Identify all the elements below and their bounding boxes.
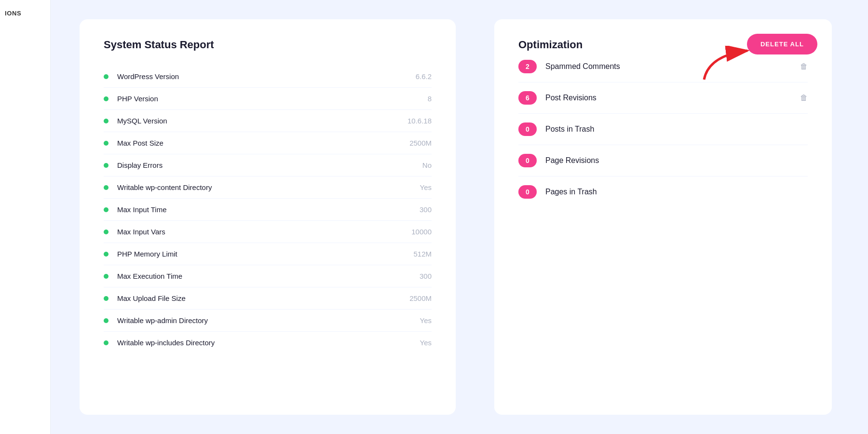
status-value: 300 (420, 205, 432, 214)
status-label: MySQL Version (117, 117, 407, 125)
status-label: Max Input Time (117, 205, 420, 214)
opt-item-label: Post Revisions (545, 94, 795, 102)
status-label: PHP Memory Limit (117, 250, 413, 258)
status-value: Yes (420, 316, 432, 325)
sidebar: IONS (0, 0, 51, 434)
status-row: Writable wp-admin Directory Yes (104, 310, 432, 332)
opt-item-label: Page Revisions (545, 156, 808, 165)
opt-item-label: Posts in Trash (545, 125, 808, 134)
status-dot (104, 74, 108, 79)
status-dot (104, 185, 108, 190)
status-dot (104, 141, 108, 146)
status-row: Max Upload File Size 2500M (104, 287, 432, 310)
status-row: Max Execution Time 300 (104, 265, 432, 287)
status-row: Max Post Size 2500M (104, 132, 432, 154)
status-value: Yes (420, 183, 432, 191)
status-value: 2500M (409, 294, 432, 302)
opt-item-label: Spammed Comments (545, 62, 795, 71)
opt-badge: 2 (518, 60, 537, 73)
status-label: WordPress Version (117, 72, 416, 81)
status-label: Display Errors (117, 161, 422, 169)
status-dot (104, 207, 108, 212)
trash-icon[interactable]: 🗑 (800, 94, 808, 102)
sidebar-label: IONS (5, 10, 21, 17)
status-dot (104, 96, 108, 101)
status-dot (104, 252, 108, 257)
status-label: Max Upload File Size (117, 294, 409, 302)
status-value: 2500M (409, 139, 432, 147)
trash-icon[interactable]: 🗑 (800, 62, 808, 71)
status-value: 300 (420, 272, 432, 280)
optimization-panel: Optimization DELETE ALL 2 Spammed Commen… (494, 19, 832, 415)
status-label: Writable wp-content Directory (117, 183, 420, 191)
status-row: Max Input Vars 10000 (104, 221, 432, 243)
status-dot (104, 274, 108, 279)
status-value: 10000 (411, 228, 432, 236)
status-label: Max Post Size (117, 139, 409, 147)
status-value: 10.6.18 (407, 117, 432, 125)
opt-badge: 0 (518, 154, 537, 167)
status-value: Yes (420, 339, 432, 347)
opt-badge: 6 (518, 91, 537, 105)
opt-item-label: Pages in Trash (545, 188, 808, 196)
status-label: Writable wp-includes Directory (117, 339, 420, 347)
optimization-item: 0 Page Revisions (518, 145, 808, 176)
main-content: System Status Report WordPress Version 6… (51, 0, 868, 434)
status-row: PHP Version 8 (104, 88, 432, 110)
status-row: WordPress Version 6.6.2 (104, 66, 432, 88)
delete-all-button[interactable]: DELETE ALL (747, 34, 817, 54)
opt-badge: 0 (518, 122, 537, 136)
status-label: Max Input Vars (117, 228, 411, 236)
system-status-panel: System Status Report WordPress Version 6… (80, 19, 456, 415)
status-dot (104, 163, 108, 168)
optimization-item: 0 Pages in Trash (518, 176, 808, 207)
status-row: Display Errors No (104, 154, 432, 176)
status-value: 512M (413, 250, 432, 258)
status-rows-container: WordPress Version 6.6.2 PHP Version 8 My… (104, 66, 432, 353)
status-dot (104, 318, 108, 323)
status-row: Writable wp-includes Directory Yes (104, 332, 432, 353)
status-label: Writable wp-admin Directory (117, 316, 420, 325)
status-label: Max Execution Time (117, 272, 420, 280)
status-row: PHP Memory Limit 512M (104, 243, 432, 265)
status-row: MySQL Version 10.6.18 (104, 110, 432, 132)
optimization-item: 6 Post Revisions 🗑 (518, 82, 808, 114)
status-dot (104, 119, 108, 123)
status-dot (104, 230, 108, 234)
system-status-title: System Status Report (104, 39, 432, 51)
status-value: 8 (428, 95, 432, 103)
status-dot (104, 296, 108, 301)
status-dot (104, 340, 108, 345)
optimization-item: 2 Spammed Comments 🗑 (518, 51, 808, 82)
status-value: No (422, 161, 432, 169)
opt-badge: 0 (518, 185, 537, 199)
status-value: 6.6.2 (416, 72, 432, 81)
status-row: Max Input Time 300 (104, 199, 432, 221)
optimization-item: 0 Posts in Trash (518, 114, 808, 145)
status-row: Writable wp-content Directory Yes (104, 176, 432, 199)
status-label: PHP Version (117, 95, 428, 103)
optimization-items-container: 2 Spammed Comments 🗑 6 Post Revisions 🗑 … (518, 51, 808, 207)
